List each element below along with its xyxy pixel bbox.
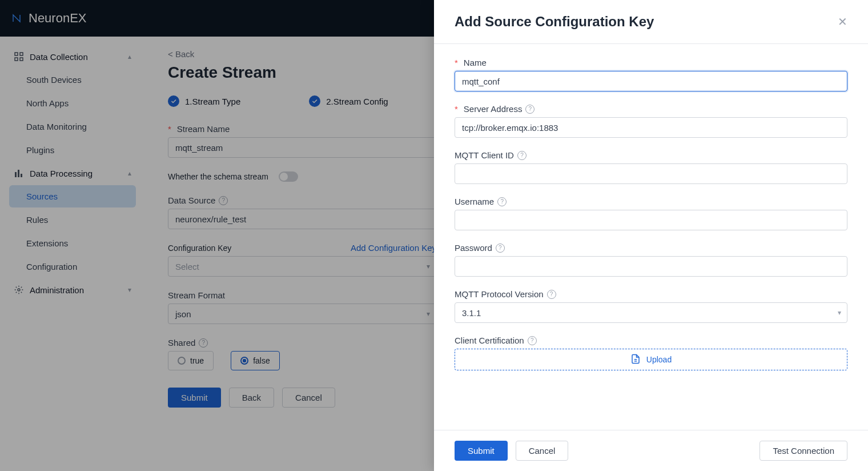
drawer-cancel-button[interactable]: Cancel xyxy=(516,441,569,461)
name-input[interactable] xyxy=(455,71,847,91)
help-icon[interactable]: ? xyxy=(547,290,556,299)
password-input[interactable] xyxy=(455,256,847,277)
username-input[interactable] xyxy=(455,210,847,230)
server-address-input[interactable] xyxy=(455,117,847,138)
name-label: Name xyxy=(464,58,487,67)
upload-label: Upload xyxy=(646,355,672,364)
client-id-label: MQTT Client ID xyxy=(455,150,514,160)
help-icon[interactable]: ? xyxy=(517,151,527,160)
protocol-version-select[interactable]: 3.1.1 ▾ xyxy=(455,302,847,323)
file-icon xyxy=(630,354,641,366)
help-icon[interactable]: ? xyxy=(497,197,507,206)
username-label: Username xyxy=(455,197,494,206)
help-icon[interactable]: ? xyxy=(496,244,505,253)
client-cert-label: Client Certification xyxy=(455,336,524,345)
drawer-submit-button[interactable]: Submit xyxy=(455,441,508,461)
drawer-add-source-config: Add Source Configuration Key ✕ *Name *Se… xyxy=(434,0,868,471)
password-label: Password xyxy=(455,243,492,253)
protocol-version-label: MQTT Protocol Version xyxy=(455,289,544,299)
client-id-input[interactable] xyxy=(455,163,847,184)
help-icon[interactable]: ? xyxy=(525,105,535,114)
test-connection-button[interactable]: Test Connection xyxy=(760,441,847,461)
chevron-down-icon: ▾ xyxy=(838,309,841,317)
drawer-title: Add Source Configuration Key xyxy=(455,14,654,30)
select-value: 3.1.1 xyxy=(462,308,481,318)
close-icon[interactable]: ✕ xyxy=(838,15,847,29)
server-address-label: Server Address xyxy=(464,104,523,114)
help-icon[interactable]: ? xyxy=(528,336,537,345)
upload-button[interactable]: Upload xyxy=(455,349,847,370)
